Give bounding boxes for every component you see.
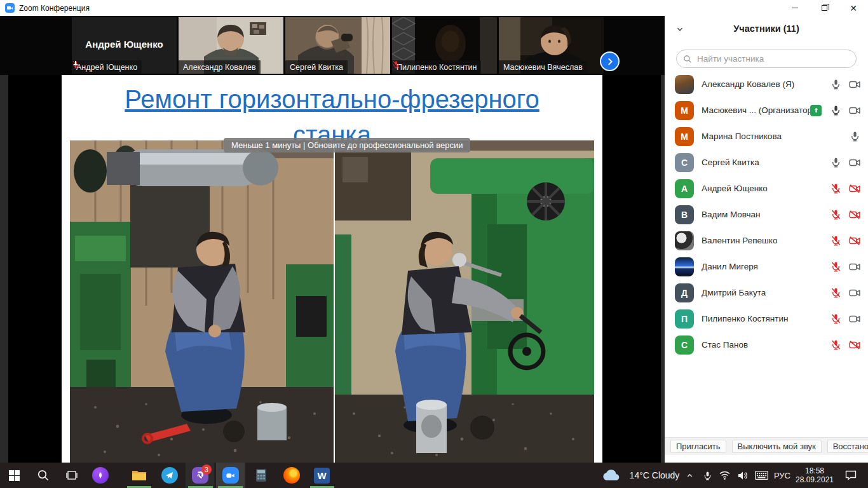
mic-on-icon (831, 157, 841, 168)
participants-footer: Пригласить Выключить мой звук Восстанови… (665, 437, 868, 455)
touch-keyboard-icon[interactable] (752, 463, 771, 488)
mic-muted-icon (392, 60, 400, 69)
telegram-button[interactable] (155, 463, 184, 488)
window-titlebar: Zoom Конференция ✕ (0, 0, 868, 16)
action-center-icon[interactable] (840, 463, 862, 488)
participant-row[interactable]: А Андрей Ющенко (665, 175, 868, 201)
desktop: Zoom Конференция ✕ Андрей Ющенко Андрей … (0, 0, 868, 488)
close-button[interactable]: ✕ (839, 0, 868, 16)
participant-row[interactable]: Данил Мигеря (665, 254, 868, 280)
participant-row[interactable]: Александр Ковалев (Я) (665, 71, 868, 97)
avatar: М (675, 127, 694, 146)
tray-microphone-icon[interactable] (699, 463, 715, 488)
avatar: Д (675, 283, 694, 302)
restore-status-button[interactable]: Восстановить стат (827, 440, 868, 453)
viber-badge: 3 (201, 464, 212, 475)
mic-muted-icon (831, 183, 841, 194)
participant-row[interactable]: М Масюкевич ... (Организатор) (665, 97, 868, 123)
slide-photo-right (335, 140, 594, 463)
file-explorer-button[interactable] (125, 463, 153, 488)
participant-row[interactable]: П Пилипенко Костянтин (665, 306, 868, 332)
restore-button[interactable] (810, 0, 839, 16)
start-button[interactable] (0, 463, 29, 488)
video-thumbnail[interactable]: Александр Ковалев (179, 17, 283, 74)
participant-name: Пилипенко Костянтин (702, 314, 789, 323)
wifi-icon[interactable] (716, 463, 733, 488)
camera-off-icon (849, 235, 860, 247)
zoom-button[interactable] (216, 463, 245, 488)
avatar (675, 231, 694, 250)
video-thumbnail[interactable]: Пилипенко Костянтин (392, 17, 497, 74)
participant-row[interactable]: В Вадим Мовчан (665, 201, 868, 227)
thumbnail-label: Масюкевич Вячеслав (503, 63, 583, 72)
participant-name: Андрей Ющенко (702, 184, 768, 193)
taskbar: 3 W 14°C Cloudy (0, 463, 868, 488)
camera-off-icon (849, 183, 860, 194)
window-title: Zoom Конференция (19, 4, 90, 13)
camera-on-icon (849, 105, 860, 116)
participants-title: Участники (11) (665, 24, 868, 34)
mic-muted-icon (831, 209, 841, 220)
minimize-button[interactable] (780, 0, 810, 16)
participant-name: Сергей Квитка (702, 158, 759, 167)
mute-my-audio-button[interactable]: Выключить мой звук (732, 440, 822, 453)
yandex-alice-button[interactable] (86, 463, 114, 488)
mic-muted-icon (831, 313, 841, 324)
next-participants-button[interactable] (600, 51, 620, 71)
firefox-button[interactable] (277, 463, 306, 488)
language-indicator[interactable]: РУС (771, 463, 794, 488)
participant-name: Масюкевич ... (Организатор) (702, 105, 810, 115)
avatar (675, 257, 694, 276)
screen-sharing-badge (810, 105, 822, 116)
participant-row[interactable]: М Марина Постникова (665, 123, 868, 149)
camera-on-icon (849, 287, 860, 299)
camera-off-icon (849, 339, 860, 351)
mic-muted-icon (831, 261, 841, 272)
slide-photo-left (70, 140, 334, 463)
thumbnail-label: Александр Ковалев (183, 63, 256, 72)
participant-name: Валентин Репешко (702, 236, 777, 245)
free-meeting-tooltip: Меньше 1 минуты | Обновите до профессион… (224, 138, 470, 152)
avatar: С (675, 336, 694, 355)
calculator-button[interactable] (247, 463, 275, 488)
volume-icon[interactable] (734, 463, 751, 488)
thumbnail-label: Андрей Ющенко (76, 63, 137, 72)
video-strip: Андрей Ющенко Андрей Ющенко (0, 16, 665, 75)
participant-row[interactable]: Д Дмитрий Бакута (665, 280, 868, 306)
weather-text[interactable]: 14°C Cloudy (623, 463, 686, 488)
camera-off-icon (849, 209, 860, 220)
video-thumbnail[interactable]: Андрей Ющенко Андрей Ющенко (72, 17, 177, 74)
avatar: В (675, 205, 694, 224)
video-thumbnail[interactable]: Сергей Квитка (285, 17, 390, 74)
zoom-app-icon (5, 3, 15, 13)
mic-muted-icon (831, 235, 841, 246)
thumbnail-label: Пилипенко Костянтин (397, 63, 477, 72)
participant-name: Александр Ковалев (Я) (702, 79, 794, 89)
participant-row[interactable]: С Стас Панов (665, 332, 868, 358)
letterbox-left (8, 75, 62, 463)
camera-on-icon (849, 261, 860, 273)
participant-row[interactable]: Валентин Репешко (665, 227, 868, 254)
invite-button[interactable]: Пригласить (670, 440, 726, 453)
letterbox-right (602, 75, 661, 463)
avatar: С (675, 153, 694, 172)
avatar (675, 75, 694, 94)
search-participant-box[interactable] (676, 50, 857, 68)
viber-button[interactable]: 3 (186, 463, 214, 488)
mic-muted-icon (831, 339, 841, 350)
task-view-button[interactable] (57, 463, 86, 488)
participant-name: Марина Постникова (702, 132, 782, 141)
weather-icon[interactable] (600, 463, 621, 488)
clock[interactable]: 18:5828.09.2021 (793, 463, 836, 488)
avatar: А (675, 179, 694, 198)
search-participant-input[interactable] (696, 53, 850, 64)
thumbnail-label: Сергей Квитка (290, 63, 343, 72)
video-thumbnail-active-speaker[interactable]: Масюкевич Вячеслав (499, 17, 604, 74)
camera-on-icon (849, 79, 860, 90)
participant-row[interactable]: С Сергей Квитка (665, 149, 868, 175)
word-button[interactable]: W (308, 463, 336, 488)
meeting-stage: Андрей Ющенко Андрей Ющенко (0, 16, 665, 463)
tray-overflow-chevron[interactable] (681, 463, 698, 488)
search-icon (683, 55, 692, 64)
taskbar-search-button[interactable] (29, 463, 57, 488)
